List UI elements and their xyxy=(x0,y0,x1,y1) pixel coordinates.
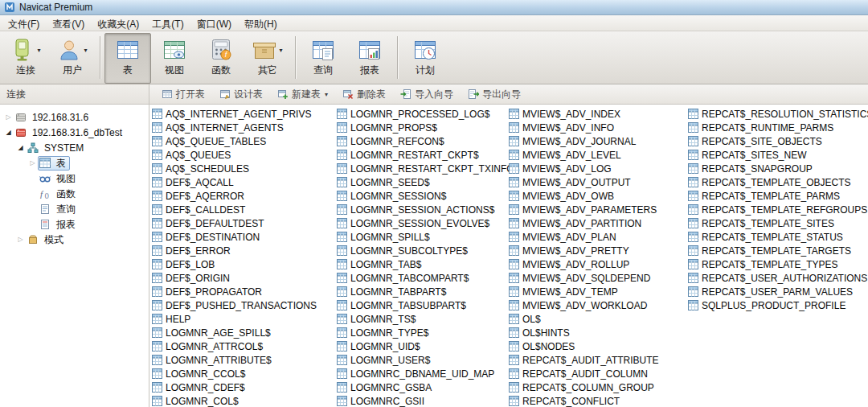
table-item[interactable]: REPCAT$_RUNTIME_PARMS xyxy=(688,121,868,134)
object-toolbar-button-new-table[interactable]: 新建表▾ xyxy=(272,85,334,104)
dropdown-arrow-icon[interactable]: ▾ xyxy=(279,47,282,54)
table-item[interactable]: AQ$_QUEUES xyxy=(152,148,333,162)
table-item[interactable]: LOGMNR_ATTRCOL$ xyxy=(152,339,333,353)
table-item[interactable]: DEF$_PROPAGATOR xyxy=(152,285,333,298)
table-item[interactable]: LOGMNR_USER$ xyxy=(337,353,518,367)
table-item[interactable]: REPCAT$_AUDIT_ATTRIBUTE xyxy=(509,353,690,367)
table-item[interactable]: DEF$_AQERROR xyxy=(152,189,333,203)
table-item[interactable]: DEF$_DEFAULTDEST xyxy=(152,216,333,230)
tree-item-queries[interactable]: 查询 xyxy=(0,201,149,216)
toolbar-button-connection[interactable]: ▾连接 xyxy=(2,33,49,84)
object-toolbar-button-export-wizard[interactable]: 导出向导 xyxy=(462,85,526,104)
table-item[interactable]: AQ$_QUEUE_TABLES xyxy=(152,134,333,148)
tree-item-schemas[interactable]: ▷模式 xyxy=(0,232,149,247)
table-item[interactable]: MVIEW$_ADV_LOG xyxy=(509,162,690,175)
object-toolbar-button-import-wizard[interactable]: 导入向导 xyxy=(395,85,459,104)
table-item[interactable]: REPCAT$_TEMPLATE_STATUS xyxy=(688,230,868,244)
table-item[interactable]: REPCAT$_AUDIT_COLUMN xyxy=(509,367,690,380)
table-item[interactable]: DEF$_LOB xyxy=(152,257,333,271)
dropdown-arrow-icon[interactable]: ▾ xyxy=(37,47,40,54)
table-item[interactable]: LOGMNR_SESSION_ACTIONS$ xyxy=(337,203,518,216)
table-item[interactable]: MVIEW$_ADV_PRETTY xyxy=(509,244,690,257)
table-item[interactable]: MVIEW$_ADV_OWB xyxy=(509,189,690,203)
table-item[interactable]: LOGMNR_RESTART_CKPT$ xyxy=(337,148,518,162)
toolbar-button-schedule[interactable]: 计划 xyxy=(402,33,448,84)
table-item[interactable]: MVIEW$_ADV_JOURNAL xyxy=(509,134,690,148)
expander-expanded-icon[interactable]: ◢ xyxy=(15,144,26,151)
table-item[interactable]: DEF$_AQCALL xyxy=(152,175,333,189)
table-item[interactable]: LOGMNR_SUBCOLTYPE$ xyxy=(337,244,518,257)
titlebar[interactable]: Navicat Premium xyxy=(0,0,868,15)
table-item[interactable]: LOGMNR_TS$ xyxy=(337,312,518,326)
table-item[interactable]: SQLPLUS_PRODUCT_PROFILE xyxy=(688,298,868,312)
table-item[interactable]: LOGMNR_SESSION_EVOLVE$ xyxy=(337,216,518,230)
table-item[interactable]: MVIEW$_ADV_ROLLUP xyxy=(509,257,690,271)
table-item[interactable]: REPCAT$_CONFLICT xyxy=(509,394,690,407)
table-item[interactable]: AQ$_INTERNET_AGENTS xyxy=(152,121,333,134)
table-item[interactable]: REPCAT$_COLUMN_GROUP xyxy=(509,380,690,394)
menu-item-1[interactable]: 查看(V) xyxy=(46,15,91,31)
table-item[interactable]: MVIEW$_ADV_INDEX xyxy=(509,107,690,121)
table-item[interactable]: REPCAT$_USER_AUTHORIZATIONS xyxy=(688,271,868,285)
table-item[interactable]: LOGMNR_SPILL$ xyxy=(337,230,518,244)
tree-item-server-red[interactable]: ◢192.168.31.6_dbTest xyxy=(0,125,149,140)
table-item[interactable]: MVIEW$_ADV_INFO xyxy=(509,121,690,134)
object-toolbar-button-open-table[interactable]: 打开表 xyxy=(156,85,211,104)
table-item[interactable]: MVIEW$_ADV_WORKLOAD xyxy=(509,298,690,312)
table-item[interactable]: REPCAT$_SITE_OBJECTS xyxy=(688,134,868,148)
table-item[interactable]: MVIEW$_ADV_OUTPUT xyxy=(509,175,690,189)
table-item[interactable]: LOGMNR_TAB$ xyxy=(337,257,518,271)
table-item[interactable]: LOGMNR_SEED$ xyxy=(337,175,518,189)
table-item[interactable]: REPCAT$_TEMPLATE_SITES xyxy=(688,216,868,230)
table-item[interactable]: MVIEW$_ADV_PARAMETERS xyxy=(509,203,690,216)
object-toolbar-button-design-table[interactable]: 设计表 xyxy=(214,85,268,104)
table-item[interactable]: LOGMNR_PROCESSED_LOG$ xyxy=(337,107,518,121)
table-item[interactable]: DEF$_PUSHED_TRANSACTIONS xyxy=(152,298,333,312)
toolbar-button-report[interactable]: 报表 xyxy=(346,33,393,84)
table-item[interactable]: HELP xyxy=(152,312,333,326)
table-item[interactable]: LOGMNR_CCOL$ xyxy=(152,367,333,380)
tree-item-views[interactable]: 视图 xyxy=(0,171,149,186)
tree-item-schema[interactable]: ◢SYSTEM xyxy=(0,140,149,155)
table-item[interactable]: LOGMNRC_DBNAME_UID_MAP xyxy=(337,367,518,380)
table-item[interactable]: OL$NODES xyxy=(509,339,690,353)
table-item[interactable]: DEF$_DESTINATION xyxy=(152,230,333,244)
table-item[interactable]: REPCAT$_TEMPLATE_OBJECTS xyxy=(688,175,868,189)
dropdown-arrow-icon[interactable]: ▾ xyxy=(84,47,87,54)
toolbar-button-user[interactable]: ▾用户 xyxy=(49,33,96,84)
table-item[interactable]: LOGMNRC_GSBA xyxy=(337,380,518,394)
table-item[interactable]: REPCAT$_TEMPLATE_TARGETS xyxy=(688,244,868,257)
object-toolbar-button-delete-table[interactable]: 删除表 xyxy=(337,85,391,104)
table-item[interactable]: LOGMNR_REFCON$ xyxy=(337,134,518,148)
table-item[interactable]: MVIEW$_ADV_PARTITION xyxy=(509,216,690,230)
table-item[interactable]: OL$HINTS xyxy=(509,326,690,339)
expander-collapsed-icon[interactable]: ▷ xyxy=(27,159,38,166)
table-item[interactable]: LOGMNR_ATTRIBUTE$ xyxy=(152,353,333,367)
table-item[interactable]: LOGMNR_TYPE$ xyxy=(337,326,518,339)
table-item[interactable]: LOGMNR_RESTART_CKPT_TXINFO$ xyxy=(337,162,518,175)
expander-expanded-icon[interactable]: ◢ xyxy=(3,129,14,136)
expander-collapsed-icon[interactable]: ▷ xyxy=(3,113,14,121)
table-item[interactable]: MVIEW$_ADV_TEMP xyxy=(509,285,690,298)
table-item[interactable]: MVIEW$_ADV_LEVEL xyxy=(509,148,690,162)
table-item[interactable]: MVIEW$_ADV_SQLDEPEND xyxy=(509,271,690,285)
table-item[interactable]: AQ$_INTERNET_AGENT_PRIVS xyxy=(152,107,333,121)
table-item[interactable]: REPCAT$_RESOLUTION_STATISTICS xyxy=(688,107,868,121)
table-item[interactable]: LOGMNR_SESSION$ xyxy=(337,189,518,203)
table-item[interactable]: AQ$_SCHEDULES xyxy=(152,162,333,175)
toolbar-button-view[interactable]: 视图 xyxy=(151,33,198,84)
toolbar-button-other[interactable]: ▾其它 xyxy=(244,33,291,84)
tree-item-functions[interactable]: f()函数 xyxy=(0,186,149,201)
table-item[interactable]: OL$ xyxy=(509,312,690,326)
menu-item-3[interactable]: 工具(T) xyxy=(145,15,190,31)
table-item[interactable]: REPCAT$_TEMPLATE_PARMS xyxy=(688,189,868,203)
toolbar-button-query[interactable]: 查询 xyxy=(300,33,346,84)
table-item[interactable]: LOGMNR_COL$ xyxy=(152,394,333,407)
table-item[interactable]: LOGMNR_UID$ xyxy=(337,339,518,353)
table-item[interactable]: LOGMNRC_GSII xyxy=(337,394,518,407)
menu-item-2[interactable]: 收藏夹(A) xyxy=(91,15,145,31)
table-item[interactable]: LOGMNR_TABSUBPART$ xyxy=(337,298,518,312)
table-item[interactable]: REPCAT$_SITES_NEW xyxy=(688,148,868,162)
tree-item-server-gray[interactable]: ▷192.168.31.6 xyxy=(0,109,149,125)
table-item[interactable]: DEF$_CALLDEST xyxy=(152,203,333,216)
